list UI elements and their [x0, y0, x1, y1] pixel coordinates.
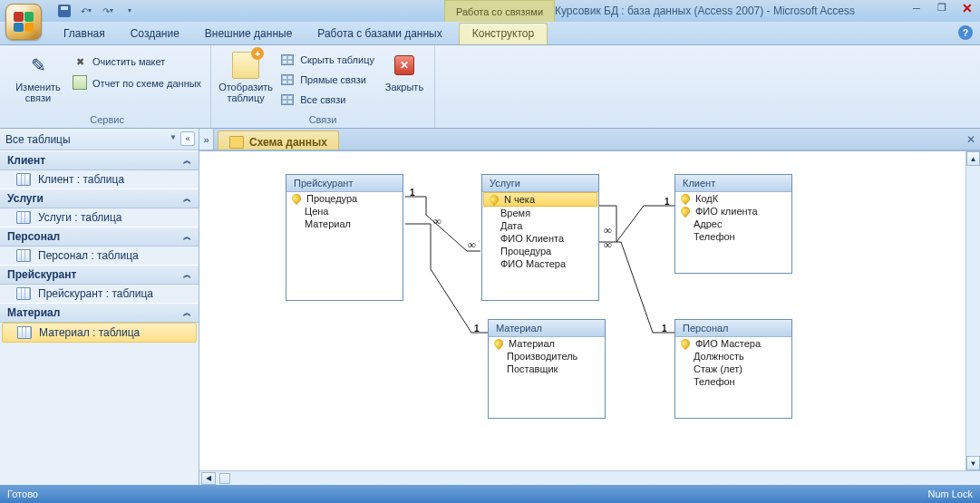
relationships-canvas[interactable]: Прейскурант Процедура Цена Материал Услу… — [199, 150, 980, 470]
nav-group-uslugi[interactable]: Услуги︽ — [0, 189, 199, 208]
navigation-pane: Все таблицы ▼ « Клиент︽ Клиент : таблица… — [0, 129, 199, 485]
nav-group-personal[interactable]: Персонал︽ — [0, 227, 199, 247]
redo-icon[interactable]: ↷▾ — [100, 3, 116, 19]
field-vremya[interactable]: Время — [482, 207, 598, 219]
direct-relationships-button[interactable]: Прямые связи — [278, 71, 376, 89]
shutter-bar-button[interactable]: » — [199, 129, 214, 150]
all-relationships-button[interactable]: Все связи — [278, 91, 376, 109]
show-table-button[interactable]: Отобразить таблицу — [218, 49, 273, 103]
table-material[interactable]: Материал Материал Производитель Поставщи… — [488, 319, 606, 419]
save-icon[interactable] — [56, 3, 73, 19]
scroll-left-icon[interactable]: ◀ — [201, 472, 216, 485]
scroll-up-icon[interactable]: ▲ — [966, 151, 980, 166]
edit-relationships-button[interactable]: ✎ Изменить связи — [11, 49, 65, 103]
restore-button[interactable]: ❐ — [929, 0, 955, 15]
table-personal[interactable]: Персонал ФИО Мастера Должность Стаж (лет… — [674, 319, 792, 419]
field-fioklienta[interactable]: ФИО Клиента — [482, 232, 598, 245]
table-klient[interactable]: Клиент КодК ФИО клиента Адрес Телефон — [674, 174, 792, 274]
field-procedura-u[interactable]: Процедура — [482, 245, 598, 257]
nav-group-klient[interactable]: Клиент︽ — [0, 150, 199, 170]
group-relations-label: Связи — [218, 112, 427, 128]
document-area: » Схема данных ✕ Прейскурант Процедура — [199, 129, 980, 485]
field-material[interactable]: Материал — [286, 218, 403, 230]
field-ncheka[interactable]: N чека — [483, 192, 597, 207]
clear-layout-label: Очистить макет — [92, 56, 165, 67]
nav-item-preiskurant-table[interactable]: Прейскурант : таблица — [0, 285, 199, 303]
table-header: Материал — [489, 320, 605, 337]
tab-design[interactable]: Конструктор — [459, 23, 548, 44]
help-button[interactable]: ? — [958, 25, 973, 40]
office-button[interactable] — [5, 4, 42, 40]
document-tab-bar: » Схема данных ✕ — [199, 129, 980, 150]
clear-layout-button[interactable]: ✖ Очистить макет — [71, 53, 203, 71]
scroll-thumb[interactable] — [219, 473, 230, 484]
hide-table-icon — [280, 53, 295, 67]
close-tab-button[interactable]: ✕ — [962, 129, 980, 150]
close-icon: ✕ — [390, 51, 419, 80]
collapse-icon: ︽ — [183, 155, 191, 167]
field-telefon-k[interactable]: Телефон — [675, 230, 791, 243]
field-postavshik[interactable]: Поставщик — [489, 363, 605, 375]
collapse-icon: ︽ — [183, 307, 191, 319]
nav-item-material-table[interactable]: Материал : таблица — [2, 323, 197, 343]
clear-icon: ✖ — [73, 54, 87, 69]
nav-item-personal-table[interactable]: Персонал : таблица — [0, 247, 199, 265]
table-preiskurant[interactable]: Прейскурант Процедура Цена Материал — [286, 174, 403, 301]
table-uslugi[interactable]: Услуги N чека Время Дата ФИО Клиента Про… — [481, 174, 599, 301]
field-telefon-p[interactable]: Телефон — [675, 375, 791, 388]
status-numlock: Num Lock — [927, 488, 973, 499]
horizontal-scrollbar[interactable]: ◀ — [199, 470, 980, 485]
main-area: Все таблицы ▼ « Клиент︽ Клиент : таблица… — [0, 129, 980, 485]
field-stazh[interactable]: Стаж (лет) — [675, 363, 791, 375]
ribbon-tabs: Главная Создание Внешние данные Работа с… — [0, 22, 980, 45]
tab-database-tools[interactable]: Работа с базами данных — [305, 24, 454, 44]
direct-rel-label: Прямые связи — [300, 74, 366, 85]
nav-pane-header[interactable]: Все таблицы ▼ « — [0, 129, 199, 150]
nav-header-label: Все таблицы — [5, 133, 71, 146]
field-kodk[interactable]: КодК — [675, 192, 791, 205]
vertical-scrollbar[interactable]: ▲ ▼ — [965, 151, 980, 470]
tab-schema-label: Схема данных — [249, 136, 327, 149]
field-material-m[interactable]: Материал — [489, 337, 605, 350]
cardinality-one: 1 — [410, 188, 415, 198]
field-procedura[interactable]: Процедура — [286, 192, 403, 205]
cardinality-one: 1 — [474, 324, 480, 334]
collapse-icon: ︽ — [183, 231, 191, 243]
qat-menu-icon[interactable]: ▾ — [121, 3, 138, 19]
scroll-down-icon[interactable]: ▼ — [966, 456, 980, 470]
group-tools-label: Сервис — [11, 112, 203, 128]
tab-external-data[interactable]: Внешние данные — [192, 24, 306, 44]
tab-schema[interactable]: Схема данных — [218, 131, 339, 150]
table-icon — [16, 287, 31, 300]
field-proizvoditel[interactable]: Производитель — [489, 350, 605, 363]
status-text: Готово — [7, 488, 38, 499]
close-relationships-button[interactable]: ✕ Закрыть — [382, 49, 427, 92]
nav-item-uslugi-table[interactable]: Услуги : таблица — [0, 208, 199, 227]
hide-table-button[interactable]: Скрыть таблицу — [278, 51, 376, 69]
field-fiomastera-p[interactable]: ФИО Мастера — [675, 337, 791, 350]
cardinality-many: ∞ — [433, 215, 441, 228]
all-rel-label: Все связи — [300, 94, 345, 105]
collapse-nav-icon[interactable]: « — [180, 131, 195, 146]
tab-home[interactable]: Главная — [51, 24, 118, 44]
field-adres[interactable]: Адрес — [675, 218, 791, 230]
cardinality-one: 1 — [665, 197, 670, 207]
field-fiomastera-u[interactable]: ФИО Мастера — [482, 257, 598, 270]
close-window-button[interactable]: ✕ — [955, 0, 980, 15]
tab-create[interactable]: Создание — [118, 24, 192, 44]
undo-icon[interactable]: ↶▾ — [78, 3, 94, 19]
field-data[interactable]: Дата — [482, 219, 598, 232]
field-dolzhnost[interactable]: Должность — [675, 350, 791, 363]
nav-item-klient-table[interactable]: Клиент : таблица — [0, 170, 199, 189]
cardinality-many: ∞ — [468, 238, 476, 252]
chevron-down-icon[interactable]: ▼ — [170, 133, 177, 141]
minimize-button[interactable]: ─ — [904, 0, 929, 15]
nav-group-preiskurant[interactable]: Прейскурант︽ — [0, 265, 199, 285]
field-cena[interactable]: Цена — [286, 205, 403, 218]
table-header: Клиент — [675, 175, 791, 192]
window-title: Курсовик БД : база данных (Access 2007) … — [555, 0, 889, 22]
nav-group-material[interactable]: Материал︽ — [0, 303, 199, 323]
relationship-report-button[interactable]: Отчет по схеме данных — [71, 74, 203, 92]
show-table-icon — [231, 51, 260, 80]
field-fioklienta-k[interactable]: ФИО клиента — [675, 205, 791, 218]
